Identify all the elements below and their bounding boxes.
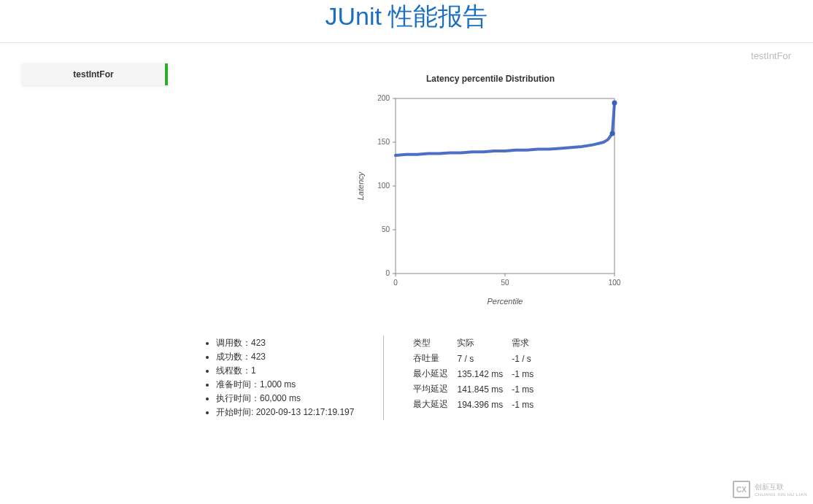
svg-text:Percentile: Percentile bbox=[488, 297, 523, 306]
table-cell: -1 / s bbox=[512, 351, 542, 366]
sidebar-item-label: testIntFor bbox=[73, 69, 113, 80]
stats-right: 类型实际需求吞吐量7 / s-1 / s最小延迟135.142 ms-1 ms平… bbox=[383, 336, 542, 420]
table-cell: 平均延迟 bbox=[413, 381, 457, 397]
stats-list-item: 执行时间：60,000 ms bbox=[216, 392, 354, 405]
chart-title: Latency percentile Distribution bbox=[190, 74, 791, 84]
svg-text:Latency: Latency bbox=[356, 171, 365, 200]
svg-text:50: 50 bbox=[382, 225, 390, 233]
svg-rect-0 bbox=[396, 98, 614, 274]
chart-container: Latency percentile Distribution 05010015… bbox=[190, 63, 791, 315]
svg-point-19 bbox=[610, 131, 615, 136]
svg-text:0: 0 bbox=[393, 279, 398, 287]
table-cell: -1 ms bbox=[512, 366, 542, 381]
table-cell: 吞吐量 bbox=[413, 351, 457, 366]
table-cell: 7 / s bbox=[457, 351, 512, 366]
svg-text:50: 50 bbox=[501, 279, 509, 287]
stats-table: 类型实际需求吞吐量7 / s-1 / s最小延迟135.142 ms-1 ms平… bbox=[413, 336, 542, 412]
main-panel: testIntFor Latency percentile Distributi… bbox=[190, 63, 791, 435]
layout: testIntFor testIntFor Latency percentile… bbox=[0, 43, 813, 457]
table-row: 吞吐量7 / s-1 / s bbox=[413, 351, 542, 366]
table-row: 最大延迟194.396 ms-1 ms bbox=[413, 397, 542, 412]
svg-text:100: 100 bbox=[609, 279, 621, 287]
stats-list-item: 调用数：423 bbox=[216, 337, 354, 349]
stats-list-item: 开始时间: 2020-09-13 12:17:19.197 bbox=[216, 406, 354, 419]
svg-text:0: 0 bbox=[385, 269, 390, 277]
sidebar: testIntFor bbox=[22, 63, 168, 85]
table-row: 最小延迟135.142 ms-1 ms bbox=[413, 366, 542, 381]
table-cell: -1 ms bbox=[512, 381, 542, 397]
sidebar-item-test[interactable]: testIntFor bbox=[22, 63, 168, 85]
stats-left: 调用数：423成功数：423线程数：1准备时间：1,000 ms执行时间：60,… bbox=[197, 336, 354, 420]
stats-list-item: 成功数：423 bbox=[216, 351, 354, 363]
stats-list-item: 准备时间：1,000 ms bbox=[216, 379, 354, 391]
table-header-cell: 需求 bbox=[512, 336, 542, 351]
svg-text:150: 150 bbox=[377, 138, 390, 146]
table-header-cell: 类型 bbox=[413, 336, 457, 351]
table-cell: -1 ms bbox=[512, 397, 542, 412]
table-row: 平均延迟141.845 ms-1 ms bbox=[413, 381, 542, 397]
svg-text:200: 200 bbox=[377, 94, 390, 102]
table-cell: 最大延迟 bbox=[413, 397, 457, 412]
table-cell: 最小延迟 bbox=[413, 366, 457, 381]
table-cell: 141.845 ms bbox=[457, 381, 512, 397]
table-cell: 194.396 ms bbox=[457, 397, 512, 412]
table-cell: 135.142 ms bbox=[457, 366, 512, 381]
svg-point-20 bbox=[612, 101, 617, 106]
page-title: JUnit 性能报告 bbox=[0, 0, 813, 34]
stats-row: 调用数：423成功数：423线程数：1准备时间：1,000 ms执行时间：60,… bbox=[190, 315, 791, 435]
svg-text:100: 100 bbox=[377, 182, 390, 190]
table-header-cell: 实际 bbox=[457, 336, 512, 351]
latency-chart: 050100150200050100PercentileLatency bbox=[352, 91, 629, 310]
stats-list: 调用数：423成功数：423线程数：1准备时间：1,000 ms执行时间：60,… bbox=[201, 337, 354, 419]
current-test-label: testIntFor bbox=[751, 50, 791, 61]
stats-list-item: 线程数：1 bbox=[216, 365, 354, 377]
page-header: JUnit 性能报告 bbox=[0, 0, 813, 42]
